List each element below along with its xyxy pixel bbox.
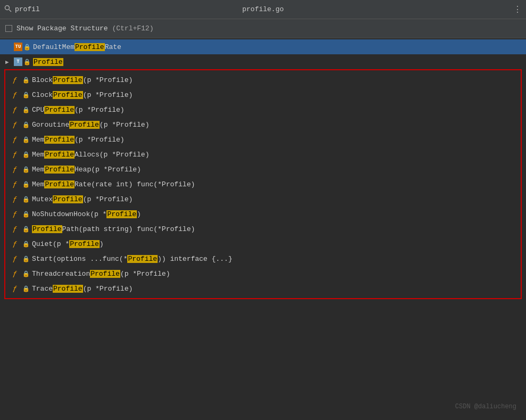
item-text: Profile bbox=[33, 58, 63, 66]
func-icon: ƒ bbox=[13, 151, 21, 159]
tree-item-cpu-profile[interactable]: ƒ 🔒 CPUProfile(p *Profile) bbox=[5, 102, 521, 117]
function-list-box: ƒ 🔒 BlockProfile(p *Profile) ƒ 🔒 ClockPr… bbox=[4, 69, 522, 299]
item-text: ThreadcreationProfile(p *Profile) bbox=[32, 270, 170, 278]
highlight-profile: Profile bbox=[75, 43, 105, 51]
tree-item-mem-profile-allocs[interactable]: ƒ 🔒 MemProfileAllocs(p *Profile) bbox=[5, 147, 521, 162]
item-text: MemProfileHeap(p *Profile) bbox=[32, 166, 141, 174]
tree-item-clock-profile[interactable]: ƒ 🔒 ClockProfile(p *Profile) bbox=[5, 87, 521, 102]
lock-icon: 🔒 bbox=[22, 77, 30, 84]
func-icon: ƒ bbox=[13, 121, 21, 129]
tree-item-mem-profile-heap[interactable]: ƒ 🔒 MemProfileHeap(p *Profile) bbox=[5, 162, 521, 177]
search-bar: profile.go ⋮ bbox=[0, 0, 526, 19]
tree-item-mem-profile-rate[interactable]: ƒ 🔒 MemProfileRate(rate int) func(*Profi… bbox=[5, 177, 521, 192]
lock-icon: 🔒 bbox=[22, 136, 30, 143]
item-text: NoShutdownHook(p *Profile) bbox=[32, 210, 141, 218]
lock-icon: 🔒 bbox=[22, 256, 30, 262]
pkg-structure-label: Show Package Structure (Ctrl+F12) bbox=[17, 24, 153, 32]
func-icon: ƒ bbox=[13, 270, 21, 278]
expand-arrow[interactable]: ▶ bbox=[5, 59, 14, 65]
lock-icon: 🔒 bbox=[22, 106, 30, 113]
func-icon: ƒ bbox=[13, 136, 21, 144]
lock-icon: 🔒 bbox=[22, 211, 30, 218]
lock-icon: 🔒 bbox=[22, 226, 30, 233]
watermark: CSDN @daliucheng bbox=[455, 403, 516, 410]
highlight-profile: Profile bbox=[33, 58, 63, 66]
item-text: Start(options ...func(*Profile)) interfa… bbox=[32, 255, 232, 263]
tree-item-no-shutdown-hook[interactable]: ƒ 🔒 NoShutdownHook(p *Profile) bbox=[5, 207, 521, 221]
search-input[interactable] bbox=[15, 5, 513, 13]
item-text: BlockProfile(p *Profile) bbox=[32, 76, 133, 84]
lock-icon: 🔒 bbox=[22, 181, 30, 188]
struct-icon: T bbox=[14, 57, 22, 66]
item-text: MemProfileRate(rate int) func(*Profile) bbox=[32, 180, 195, 188]
lock-icon: 🔒 bbox=[22, 121, 30, 128]
item-text: DefaultMemProfileRate bbox=[33, 43, 121, 51]
tree-container: TU 🔒 DefaultMemProfileRate ▶ T 🔒 Profile… bbox=[0, 38, 526, 300]
func-icon: ƒ bbox=[13, 240, 21, 248]
lock-icon: 🔒 bbox=[22, 196, 30, 203]
tree-item-goroutine-profile[interactable]: ƒ 🔒 GoroutineProfile(p *Profile) bbox=[5, 117, 521, 132]
item-text: ClockProfile(p *Profile) bbox=[32, 91, 133, 99]
type-icon: TU bbox=[14, 43, 22, 51]
lock-icon: 🔒 bbox=[22, 270, 30, 277]
func-icon: ƒ bbox=[13, 76, 21, 84]
func-icon: ƒ bbox=[13, 225, 21, 233]
tree-item-threadcreation-profile[interactable]: ƒ 🔒 ThreadcreationProfile(p *Profile) bbox=[5, 266, 521, 281]
tree-item-block-profile[interactable]: ƒ 🔒 BlockProfile(p *Profile) bbox=[5, 72, 521, 87]
tree-item-profile[interactable]: ▶ T 🔒 Profile bbox=[0, 54, 526, 69]
item-text: Quiet(p *Profile) bbox=[32, 240, 104, 248]
lock-icon: 🔒 bbox=[23, 59, 31, 65]
tree-item-mem-profile[interactable]: ƒ 🔒 MemProfile(p *Profile) bbox=[5, 132, 521, 147]
func-icon: ƒ bbox=[13, 106, 21, 114]
func-icon: ƒ bbox=[13, 195, 21, 203]
tree-item-quiet[interactable]: ƒ 🔒 Quiet(p *Profile) bbox=[5, 236, 521, 251]
func-icon: ƒ bbox=[13, 180, 21, 188]
lock-icon: 🔒 bbox=[22, 151, 30, 158]
tree-item-start[interactable]: ƒ 🔒 Start(options ...func(*Profile)) int… bbox=[5, 251, 521, 266]
item-text: MemProfileAllocs(p *Profile) bbox=[32, 151, 149, 159]
item-text: ProfilePath(path string) func(*Profile) bbox=[32, 225, 195, 233]
more-options-button[interactable]: ⋮ bbox=[513, 4, 522, 15]
tree-item-trace-profile[interactable]: ƒ 🔒 TraceProfile(p *Profile) bbox=[5, 281, 521, 296]
item-text: MutexProfile(p *Profile) bbox=[32, 195, 133, 203]
lock-icon: 🔒 bbox=[22, 285, 30, 292]
item-text: GoroutineProfile(p *Profile) bbox=[32, 121, 149, 129]
tree-item-mutex-profile[interactable]: ƒ 🔒 MutexProfile(p *Profile) bbox=[5, 192, 521, 207]
svg-point-0 bbox=[5, 5, 10, 10]
func-icon: ƒ bbox=[13, 285, 21, 293]
func-icon: ƒ bbox=[13, 166, 21, 174]
item-text: CPUProfile(p *Profile) bbox=[32, 106, 125, 114]
item-text: TraceProfile(p *Profile) bbox=[32, 285, 133, 293]
lock-icon: 🔒 bbox=[22, 166, 30, 173]
tree-item-profile-path[interactable]: ƒ 🔒 ProfilePath(path string) func(*Profi… bbox=[5, 221, 521, 236]
func-icon: ƒ bbox=[13, 255, 21, 263]
func-icon: ƒ bbox=[13, 210, 21, 218]
lock-icon: 🔒 bbox=[22, 241, 30, 248]
pkg-structure-checkbox[interactable] bbox=[5, 25, 12, 32]
pkg-structure-row: Show Package Structure (Ctrl+F12) bbox=[0, 19, 526, 38]
svg-line-1 bbox=[9, 10, 11, 12]
func-icon: ƒ bbox=[13, 91, 21, 99]
lock-icon: 🔒 bbox=[22, 92, 30, 98]
lock-icon: 🔒 bbox=[23, 44, 31, 51]
pkg-shortcut: (Ctrl+F12) bbox=[112, 24, 153, 32]
tree-item-default-mem-profile-rate[interactable]: TU 🔒 DefaultMemProfileRate bbox=[0, 39, 526, 54]
item-text: MemProfile(p *Profile) bbox=[32, 136, 125, 144]
search-icon bbox=[4, 5, 12, 14]
